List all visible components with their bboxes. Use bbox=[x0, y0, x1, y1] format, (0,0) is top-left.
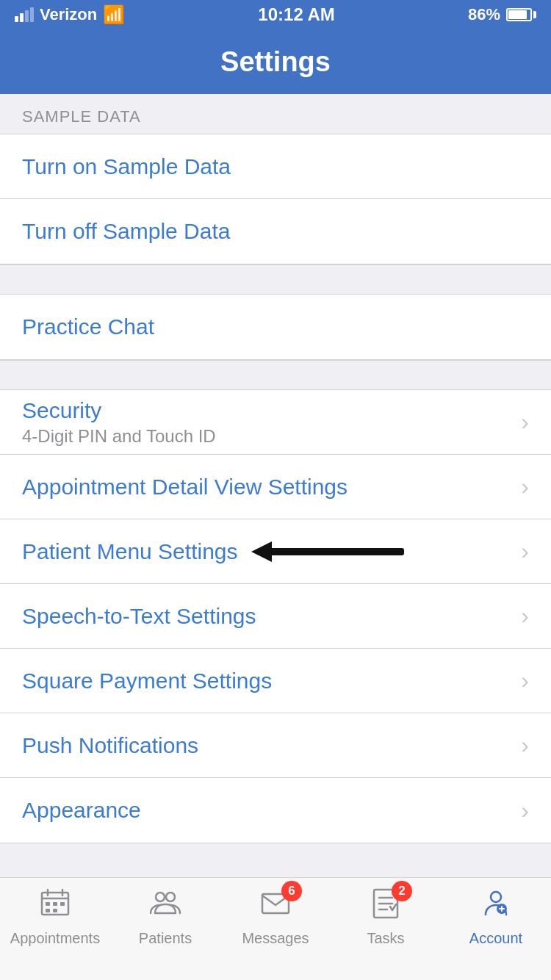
tab-bar: Appointments Patients 6 Messages bbox=[0, 877, 551, 980]
svg-rect-5 bbox=[53, 902, 57, 906]
account-tab-label: Account bbox=[469, 930, 522, 947]
messages-tab-label: Messages bbox=[242, 930, 309, 947]
tasks-icon: 2 bbox=[370, 887, 402, 926]
tab-messages[interactable]: 6 Messages bbox=[220, 887, 331, 947]
wifi-icon: 📶 bbox=[103, 4, 125, 25]
security-subtitle: 4-Digit PIN and Touch ID bbox=[22, 426, 514, 447]
status-bar: Verizon 📶 10:12 AM 86% bbox=[0, 0, 551, 29]
tab-appointments[interactable]: Appointments bbox=[0, 887, 110, 947]
square-payment-chevron: › bbox=[521, 667, 529, 694]
square-payment-item[interactable]: Square Payment Settings › bbox=[0, 649, 551, 713]
messages-badge: 6 bbox=[281, 881, 302, 901]
annotation-arrow bbox=[251, 541, 404, 562]
speech-to-text-item[interactable]: Speech-to-Text Settings › bbox=[0, 584, 551, 649]
tasks-tab-label: Tasks bbox=[367, 930, 404, 947]
spacer-1 bbox=[0, 264, 551, 294]
security-label: Security bbox=[22, 398, 514, 423]
page-header: Settings bbox=[0, 29, 551, 94]
appointments-tab-label: Appointments bbox=[10, 930, 100, 947]
svg-rect-4 bbox=[46, 902, 50, 906]
svg-point-9 bbox=[156, 893, 165, 901]
square-payment-label: Square Payment Settings bbox=[22, 669, 514, 693]
patient-menu-label: Patient Menu Settings bbox=[22, 539, 238, 564]
appearance-item[interactable]: Appearance › bbox=[0, 778, 551, 843]
speech-to-text-label: Speech-to-Text Settings bbox=[22, 604, 514, 629]
status-right: 86% bbox=[468, 5, 536, 24]
messages-icon: 6 bbox=[259, 887, 292, 926]
svg-rect-6 bbox=[60, 902, 65, 906]
sample-data-header: SAMPLE DATA bbox=[0, 94, 551, 134]
tab-patients[interactable]: Patients bbox=[110, 887, 220, 947]
tasks-badge: 2 bbox=[392, 881, 412, 901]
tab-account[interactable]: Account bbox=[441, 887, 551, 947]
spacer-2 bbox=[0, 360, 551, 389]
sample-data-group: Turn on Sample Data Turn off Sample Data bbox=[0, 134, 551, 264]
battery-icon bbox=[506, 8, 536, 21]
tab-tasks[interactable]: 2 Tasks bbox=[331, 887, 441, 947]
appearance-label: Appearance bbox=[22, 798, 514, 823]
battery-label: 86% bbox=[468, 5, 500, 24]
patients-icon bbox=[149, 887, 181, 926]
security-chevron: › bbox=[521, 408, 529, 436]
push-notifications-chevron: › bbox=[521, 732, 529, 759]
appearance-chevron: › bbox=[521, 797, 529, 824]
settings-group: Security 4-Digit PIN and Touch ID › Appo… bbox=[0, 389, 551, 843]
svg-rect-7 bbox=[46, 909, 50, 912]
turn-off-sample-item[interactable]: Turn off Sample Data bbox=[0, 199, 551, 264]
turn-off-sample-label: Turn off Sample Data bbox=[22, 219, 529, 244]
appointment-detail-item[interactable]: Appointment Detail View Settings › bbox=[0, 455, 551, 519]
signal-icon bbox=[15, 7, 34, 22]
practice-chat-group: Practice Chat bbox=[0, 294, 551, 360]
practice-chat-item[interactable]: Practice Chat bbox=[0, 295, 551, 359]
appointment-detail-chevron: › bbox=[521, 473, 529, 500]
svg-point-16 bbox=[491, 892, 501, 902]
practice-chat-label: Practice Chat bbox=[22, 314, 529, 339]
svg-rect-8 bbox=[53, 909, 57, 912]
status-left: Verizon 📶 bbox=[15, 4, 125, 25]
appointments-icon bbox=[39, 887, 71, 926]
carrier-label: Verizon bbox=[40, 5, 97, 24]
appointment-detail-label: Appointment Detail View Settings bbox=[22, 475, 514, 500]
patient-menu-chevron: › bbox=[521, 538, 529, 565]
patients-tab-label: Patients bbox=[139, 930, 192, 947]
turn-on-sample-label: Turn on Sample Data bbox=[22, 154, 529, 179]
settings-content: SAMPLE DATA Turn on Sample Data Turn off… bbox=[0, 94, 551, 877]
patient-menu-item[interactable]: Patient Menu Settings › bbox=[0, 519, 551, 584]
page-title: Settings bbox=[220, 46, 331, 78]
security-item[interactable]: Security 4-Digit PIN and Touch ID › bbox=[0, 390, 551, 455]
speech-to-text-chevron: › bbox=[521, 602, 529, 630]
svg-point-10 bbox=[166, 893, 175, 901]
push-notifications-label: Push Notifications bbox=[22, 733, 514, 758]
push-notifications-item[interactable]: Push Notifications › bbox=[0, 713, 551, 778]
turn-on-sample-item[interactable]: Turn on Sample Data bbox=[0, 134, 551, 199]
account-icon bbox=[480, 887, 512, 926]
status-time: 10:12 AM bbox=[258, 4, 334, 25]
